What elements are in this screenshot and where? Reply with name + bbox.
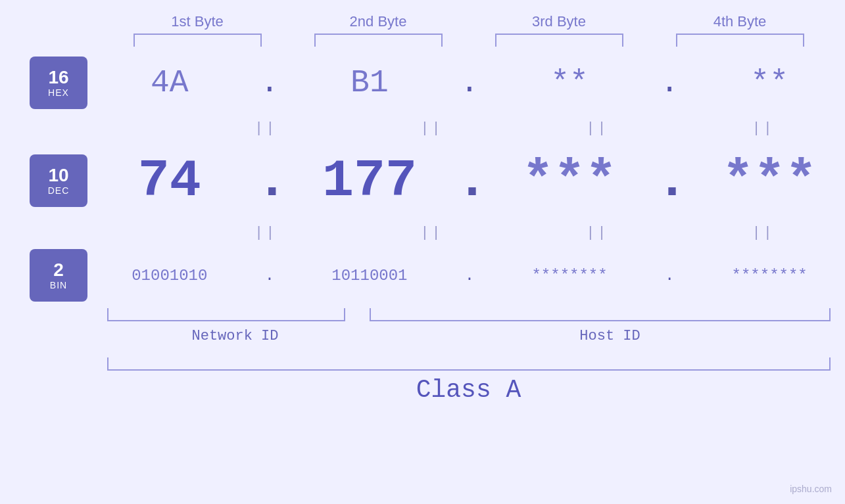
dec-dot-1: . (256, 151, 283, 211)
dec-byte-4: *** (706, 151, 834, 211)
bracket-byte-1 (133, 34, 262, 47)
bin-dot-3: . (656, 267, 683, 285)
dec-row: 10 DEC 74 . 177 . *** . *** (0, 138, 845, 223)
hex-badge-label: HEX (48, 87, 69, 98)
class-bar: Class A (107, 357, 831, 404)
byte-header-1: 1st Byte (132, 13, 263, 30)
byte-header-3: 3rd Byte (493, 13, 625, 30)
eq1-dot2 (501, 120, 527, 137)
equals-row-1: || || || || (107, 119, 831, 138)
bracket-gap (345, 308, 370, 321)
bin-badge-label: BIN (50, 280, 67, 290)
equals-cells-1: || || || || (199, 119, 831, 138)
bin-row: 2 BIN 01001010 . 10110001 . ******** . *… (0, 242, 845, 308)
hex-dot-3: . (656, 65, 683, 101)
byte-header-4: 4th Byte (674, 13, 806, 30)
class-label: Class A (107, 376, 831, 404)
dec-badge-label: DEC (48, 185, 70, 196)
bin-dot-2: . (456, 267, 483, 285)
eq2-dot3 (667, 225, 694, 241)
class-bracket (107, 357, 831, 371)
eq2-b3: || (533, 225, 662, 241)
byte-headers: 1st Byte 2nd Byte 3rd Byte 4th Byte (107, 13, 831, 30)
bin-badge-num: 2 (53, 260, 64, 281)
byte-header-2: 2nd Byte (312, 13, 444, 30)
eq2-dot2 (501, 225, 527, 241)
eq2-b2: || (368, 225, 496, 241)
bottom-section: Network ID Host ID (107, 308, 831, 344)
hex-byte-3: ** (506, 65, 634, 101)
hex-row: 16 HEX 4A . B1 . ** . ** (0, 47, 845, 119)
bin-byte-1: 01001010 (105, 267, 233, 285)
bin-byte-3: ******** (506, 267, 634, 285)
bottom-labels: Network ID Host ID (107, 328, 831, 344)
dec-badge-num: 10 (48, 166, 68, 186)
hex-badge: 16 HEX (30, 57, 87, 109)
hex-dot-1: . (256, 65, 283, 101)
eq1-b3: || (533, 120, 662, 137)
dec-dot-3: . (656, 151, 683, 211)
bracket-byte-4 (676, 34, 804, 47)
host-id-label: Host ID (390, 328, 831, 344)
dec-byte-3: *** (506, 151, 634, 211)
bin-dot-1: . (256, 267, 283, 285)
watermark: ipshu.com (790, 484, 832, 494)
bottom-brackets (107, 308, 831, 321)
eq2-dot1 (335, 225, 362, 241)
eq2-b1: || (202, 225, 330, 241)
bracket-network (107, 308, 345, 321)
eq1-dot3 (667, 120, 694, 137)
hex-dot-2: . (456, 65, 483, 101)
dec-dot-2: . (456, 151, 483, 211)
hex-values: 4A . B1 . ** . ** (87, 65, 845, 101)
bracket-byte-2 (314, 34, 443, 47)
bin-byte-2: 10110001 (305, 267, 433, 285)
eq1-b1: || (202, 120, 330, 137)
bin-values: 01001010 . 10110001 . ******** . *******… (87, 267, 845, 285)
bracket-byte-3 (495, 34, 623, 47)
dec-byte-2: 177 (305, 151, 433, 211)
bin-byte-4: ******** (706, 267, 834, 285)
dec-badge: 10 DEC (30, 154, 87, 207)
bin-badge: 2 BIN (30, 249, 87, 302)
eq1-dot1 (335, 120, 362, 137)
hex-badge-num: 16 (48, 68, 68, 88)
hex-byte-2: B1 (305, 65, 433, 101)
bracket-host (370, 308, 831, 321)
eq2-b4: || (699, 225, 827, 241)
equals-cells-2: || || || || (199, 223, 831, 242)
eq1-b2: || (368, 120, 496, 137)
hex-byte-4: ** (706, 65, 834, 101)
hex-byte-1: 4A (105, 65, 233, 101)
eq1-b4: || (699, 120, 827, 137)
network-id-label: Network ID (107, 328, 364, 344)
top-brackets (107, 34, 831, 47)
dec-byte-1: 74 (105, 151, 233, 211)
dec-values: 74 . 177 . *** . *** (87, 151, 845, 211)
equals-row-2: || || || || (107, 223, 831, 242)
main-container: 1st Byte 2nd Byte 3rd Byte 4th Byte 16 H… (0, 0, 845, 504)
